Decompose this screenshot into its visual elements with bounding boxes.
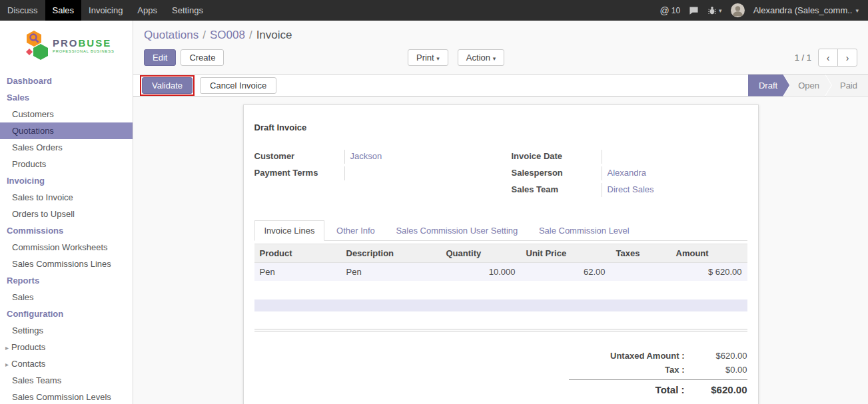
header-unit-price: Unit Price bbox=[521, 244, 611, 263]
invoice-state-title: Draft Invoice bbox=[254, 122, 747, 132]
nav-sales[interactable]: Sales bbox=[45, 0, 82, 21]
nav-invoicing[interactable]: Invoicing bbox=[81, 0, 130, 21]
sidebar-item-customers[interactable]: Customers bbox=[0, 106, 133, 122]
edit-button[interactable]: Edit bbox=[144, 49, 176, 66]
create-button[interactable]: Create bbox=[181, 49, 224, 66]
payment-terms-value bbox=[344, 166, 501, 180]
sidebar-item-dashboard[interactable]: Dashboard bbox=[0, 73, 133, 89]
logo-text: PROBUSE PROFESSIONAL BUSINESS bbox=[53, 37, 115, 53]
user-menu[interactable]: Alexandra (Sales_comm.. ▾ bbox=[753, 5, 859, 15]
tab-other-info[interactable]: Other Info bbox=[327, 221, 384, 240]
nav-discuss[interactable]: Discuss bbox=[0, 0, 45, 21]
tax-label: Tax : bbox=[569, 365, 694, 375]
cell-quantity[interactable]: 10.000 bbox=[441, 263, 521, 282]
status-draft[interactable]: Draft bbox=[748, 75, 789, 97]
control-panel: Edit Create Print ▾ Action ▾ 1 / 1 ‹ › bbox=[133, 42, 868, 74]
customer-label: Customer bbox=[254, 150, 344, 164]
tab-sales-commission-user-setting[interactable]: Sales Commission User Setting bbox=[386, 221, 527, 240]
tax-value: $0.00 bbox=[694, 365, 747, 375]
sidebar-heading-commissions[interactable]: Commissions bbox=[0, 222, 133, 239]
header-product: Product bbox=[254, 244, 341, 263]
debug-menu-button[interactable]: ▾ bbox=[707, 6, 722, 15]
status-widget: Draft Open Paid bbox=[748, 75, 868, 97]
untaxed-amount-value: $620.00 bbox=[694, 351, 747, 361]
app-logo[interactable]: PROBUSE PROFESSIONAL BUSINESS bbox=[0, 21, 133, 73]
expand-arrow-icon: ▸ bbox=[5, 361, 9, 368]
sidebar-item-label: Contacts bbox=[11, 359, 45, 369]
empty-tax-section bbox=[254, 300, 747, 311]
invoice-lines-table: Product Description Quantity Unit Price … bbox=[254, 244, 747, 281]
sidebar-item-products-config[interactable]: ▸Products bbox=[0, 339, 133, 355]
sales-team-label: Sales Team bbox=[512, 183, 602, 197]
right-field-group: Invoice Date Salesperson Alexandra Sales… bbox=[501, 150, 747, 200]
click-annotation-box: Validate bbox=[140, 75, 195, 96]
cell-amount[interactable]: $ 620.00 bbox=[671, 263, 747, 282]
cell-product[interactable]: Pen bbox=[254, 263, 341, 282]
customer-value[interactable]: Jackson bbox=[344, 150, 501, 164]
sidebar-item-products[interactable]: Products bbox=[0, 156, 133, 172]
print-dropdown[interactable]: Print ▾ bbox=[408, 49, 448, 66]
user-avatar[interactable] bbox=[731, 3, 745, 17]
at-icon: @ bbox=[660, 5, 669, 16]
status-open[interactable]: Open bbox=[783, 75, 831, 97]
nav-apps[interactable]: Apps bbox=[130, 0, 165, 21]
header-amount: Amount bbox=[671, 244, 747, 263]
sidebar-heading-configuration[interactable]: Configuration bbox=[0, 305, 133, 322]
tab-sale-commission-level[interactable]: Sale Commission Level bbox=[530, 221, 639, 240]
cell-unit-price[interactable]: 62.00 bbox=[521, 263, 611, 282]
salesperson-label: Salesperson bbox=[512, 166, 602, 180]
sidebar-item-sales-to-invoice[interactable]: Sales to Invoice bbox=[0, 189, 133, 206]
top-menu: Discuss Sales Invoicing Apps Settings bbox=[0, 0, 211, 21]
sidebar-item-contacts[interactable]: ▸Contacts bbox=[0, 355, 133, 372]
breadcrumb-quotations[interactable]: Quotations bbox=[144, 29, 199, 41]
totals-block: Untaxed Amount : $620.00 Tax : $0.00 Tot… bbox=[569, 349, 747, 397]
caret-down-icon: ▾ bbox=[719, 7, 722, 14]
action-label: Action bbox=[466, 53, 490, 63]
breadcrumb-separator: / bbox=[203, 29, 206, 41]
cell-description[interactable]: Pen bbox=[341, 263, 441, 282]
chat-bubble-icon bbox=[689, 6, 699, 15]
breadcrumb-so008[interactable]: SO008 bbox=[210, 29, 245, 41]
pager-next-button[interactable]: › bbox=[837, 49, 857, 67]
sidebar-heading-invoicing[interactable]: Invoicing bbox=[0, 172, 133, 189]
total-label: Total : bbox=[569, 384, 694, 395]
logo-name-left: PRO bbox=[53, 37, 79, 49]
tab-invoice-lines[interactable]: Invoice Lines bbox=[254, 220, 325, 241]
messages-button[interactable] bbox=[689, 6, 699, 15]
sidebar-item-quotations[interactable]: Quotations bbox=[0, 122, 133, 139]
sidebar-item-sales-commissions-lines[interactable]: Sales Commissions Lines bbox=[0, 256, 133, 272]
header-description: Description bbox=[341, 244, 441, 263]
print-label: Print bbox=[416, 53, 434, 63]
person-icon bbox=[731, 3, 745, 17]
cancel-invoice-button[interactable]: Cancel Invoice bbox=[200, 77, 276, 94]
user-name: Alexandra (Sales_comm.. bbox=[753, 5, 853, 15]
sidebar-item-sales-commission-levels[interactable]: Sales Commission Levels bbox=[0, 389, 133, 404]
nav-settings[interactable]: Settings bbox=[165, 0, 211, 21]
top-navbar: Discuss Sales Invoicing Apps Settings @ … bbox=[0, 0, 868, 21]
sidebar-item-settings[interactable]: Settings bbox=[0, 322, 133, 339]
sidebar: PROBUSE PROFESSIONAL BUSINESS Dashboard … bbox=[0, 21, 133, 404]
pager-prev-button[interactable]: ‹ bbox=[818, 49, 838, 67]
table-row[interactable]: Pen Pen 10.000 62.00 $ 620.00 bbox=[254, 263, 747, 282]
status-paid[interactable]: Paid bbox=[825, 75, 868, 97]
caret-down-icon: ▾ bbox=[855, 7, 859, 14]
sidebar-item-orders-to-upsell[interactable]: Orders to Upsell bbox=[0, 206, 133, 222]
notebook-tabs: Invoice Lines Other Info Sales Commissio… bbox=[254, 220, 747, 241]
sidebar-item-sales-teams[interactable]: Sales Teams bbox=[0, 372, 133, 389]
statusbar: Validate Cancel Invoice Draft Open Paid bbox=[133, 74, 868, 97]
sidebar-item-reports-sales[interactable]: Sales bbox=[0, 289, 133, 305]
sidebar-item-sales-orders[interactable]: Sales Orders bbox=[0, 139, 133, 156]
sidebar-item-label: Products bbox=[11, 342, 45, 352]
invoice-date-value bbox=[602, 150, 747, 164]
activities-button[interactable]: @ 10 bbox=[660, 5, 681, 16]
sales-team-value[interactable]: Direct Sales bbox=[602, 183, 747, 197]
action-dropdown[interactable]: Action ▾ bbox=[458, 49, 504, 66]
salesperson-value[interactable]: Alexandra bbox=[602, 166, 747, 180]
sidebar-heading-sales[interactable]: Sales bbox=[0, 89, 133, 106]
validate-button[interactable]: Validate bbox=[142, 77, 193, 94]
cell-taxes[interactable] bbox=[611, 263, 671, 282]
sidebar-item-commission-worksheets[interactable]: Commission Worksheets bbox=[0, 239, 133, 256]
table-header-row: Product Description Quantity Unit Price … bbox=[254, 244, 747, 263]
sidebar-heading-reports[interactable]: Reports bbox=[0, 272, 133, 289]
invoice-date-label: Invoice Date bbox=[512, 150, 602, 164]
